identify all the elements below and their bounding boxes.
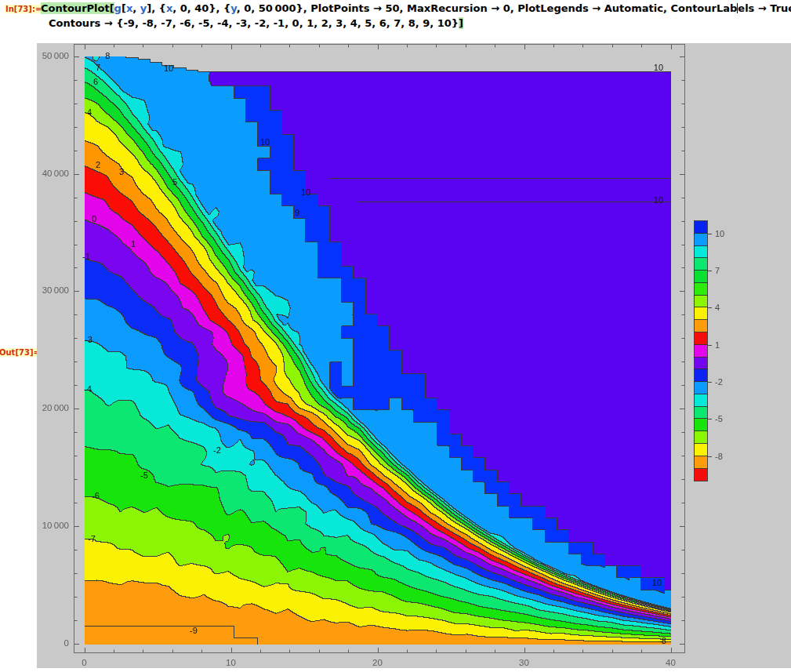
- contour-label: -6: [92, 492, 100, 500]
- y-axis-tick-label: 20 000: [37, 403, 69, 412]
- contour-label: 2: [96, 161, 100, 169]
- x-axis-tick-label: 30: [519, 658, 529, 667]
- code-segment: g: [114, 2, 122, 14]
- contour-label: 3: [119, 168, 124, 176]
- legend-tick-label: 4: [715, 303, 720, 312]
- contour-label: 10: [652, 579, 662, 587]
- in-cell-label: In[73]:=: [5, 5, 42, 13]
- contour-plot-canvas: [37, 43, 791, 668]
- legend-color-swatch: [695, 369, 707, 382]
- legend-color-swatch: [695, 234, 707, 246]
- contour-label: -5: [140, 471, 148, 480]
- legend-color-swatch: [695, 345, 707, 358]
- contour-label: 1: [131, 240, 136, 249]
- legend-tick: [707, 234, 712, 234]
- contour-label: 0: [92, 215, 96, 223]
- contour-label: 10: [301, 188, 310, 197]
- contour-label: 10: [654, 196, 663, 205]
- contour-label: -9: [190, 627, 198, 635]
- legend-color-swatch: [695, 258, 707, 271]
- contour-label: -7: [88, 535, 96, 543]
- legend-color-swatch: [695, 271, 707, 283]
- contour-label: 8: [105, 52, 110, 60]
- legend-tick: [707, 382, 712, 383]
- contour-label: -8: [659, 637, 666, 645]
- legend-tick: [707, 419, 712, 420]
- code-segment: els → True, ContourShading: [738, 2, 791, 14]
- code-segment: y: [140, 2, 147, 14]
- code-segment: ,: [132, 2, 140, 14]
- contour-label: 9: [295, 209, 299, 217]
- legend-color-swatch: [695, 394, 707, 407]
- code-segment: , 0, 40}, {: [172, 2, 230, 14]
- code-segment: Contours → {-9, -8, -7, -6, -5, -4, -3, …: [49, 17, 459, 29]
- legend-color-swatch: [695, 296, 707, 308]
- contour-label: 5: [172, 178, 177, 187]
- code-segment: , 0, 50 000}, PlotPoints → 50, MaxRecurs…: [237, 2, 738, 14]
- x-axis-tick-label: 40: [666, 658, 676, 667]
- code-segment: ContourPlot[: [41, 2, 114, 14]
- contour-plot-output: 010203040010 00020 00030 00040 00050 000…: [37, 43, 791, 668]
- code-line-2[interactable]: Contours → {-9, -8, -7, -6, -5, -4, -3, …: [49, 17, 791, 29]
- legend-tick: [707, 307, 712, 308]
- input-cell[interactable]: In[73]:= ContourPlot[g[x, y], {x, 0, 40}…: [0, 0, 791, 37]
- x-axis-tick-label: 20: [372, 658, 383, 667]
- legend-tick-label: -5: [715, 414, 723, 423]
- legend-color-swatch: [695, 407, 707, 420]
- contour-label: 10: [260, 138, 270, 147]
- legend-color-swatch: [695, 221, 707, 234]
- legend-tick-label: -8: [715, 452, 723, 461]
- x-axis-tick-label: 10: [226, 658, 236, 667]
- legend-color-swatch: [695, 320, 707, 332]
- contour-label: 4: [87, 108, 92, 117]
- contour-label: 6: [93, 78, 98, 86]
- legend-tick: [707, 271, 712, 271]
- contour-label: 10: [164, 64, 173, 73]
- legend-color-swatch: [695, 444, 707, 456]
- code-line-1[interactable]: ContourPlot[g[x, y], {x, 0, 40}, {y, 0, …: [41, 2, 791, 14]
- code-segment: x: [126, 2, 132, 14]
- y-axis-tick-label: 10 000: [37, 521, 69, 530]
- y-axis-tick-label: 40 000: [37, 169, 69, 178]
- contour-label: 7: [96, 64, 100, 72]
- contour-label: -1: [82, 252, 90, 261]
- contour-label: -2: [213, 446, 221, 455]
- legend-tick: [707, 345, 712, 346]
- code-segment: ]: [459, 17, 463, 29]
- legend-color-swatch: [695, 431, 707, 444]
- x-axis-tick-label: 0: [82, 658, 86, 667]
- legend-color-swatch: [695, 246, 707, 259]
- legend-tick-label: -2: [715, 377, 723, 387]
- code-segment: ], {: [147, 2, 166, 14]
- legend-color-swatch: [695, 283, 707, 296]
- contour-label: -4: [84, 385, 92, 394]
- legend-color-swatch: [695, 382, 707, 394]
- legend-color-swatch: [695, 332, 707, 345]
- contour-label: 10: [654, 64, 663, 72]
- legend-color-swatch: [695, 469, 707, 481]
- code-segment: y: [230, 2, 236, 14]
- y-axis-tick-label: 50 000: [37, 51, 69, 60]
- legend-color-swatch: [695, 419, 707, 431]
- legend-tick: [707, 456, 712, 457]
- y-axis-tick-label: 0: [37, 638, 69, 648]
- legend-color-swatch: [695, 358, 707, 370]
- contour-label: -3: [85, 336, 93, 344]
- legend-color-swatch: [695, 456, 707, 469]
- legend-tick-label: 1: [715, 340, 720, 350]
- legend-tick-label: 10: [715, 229, 724, 238]
- mathematica-notebook: { "notebook": { "in_label": "In[73]:=", …: [0, 0, 791, 672]
- legend-tick-label: 7: [715, 266, 720, 275]
- legend-color-swatch: [695, 307, 707, 320]
- out-cell-label: Out[73]=: [0, 348, 41, 357]
- y-axis-tick-label: 30 000: [37, 285, 69, 295]
